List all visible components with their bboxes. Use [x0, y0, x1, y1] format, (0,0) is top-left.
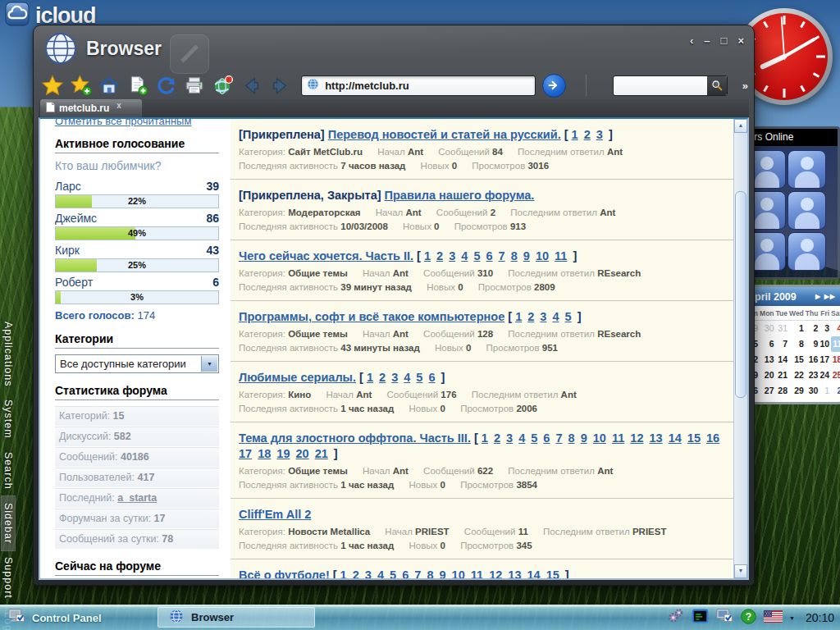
language-flag-icon[interactable] — [764, 610, 783, 626]
search-icon[interactable] — [707, 76, 727, 95]
refresh-icon[interactable] — [155, 75, 177, 97]
topic-page-link[interactable]: 13 — [650, 431, 663, 445]
search-input[interactable] — [614, 76, 707, 95]
user-avatar-icon[interactable] — [788, 150, 826, 189]
calendar-day[interactable]: 30 — [806, 383, 820, 399]
chevron-down-icon[interactable]: ▼ — [201, 356, 217, 372]
calendar-day[interactable]: 17 — [819, 352, 831, 368]
calendar-day[interactable]: 7 — [776, 336, 789, 352]
topic-page-link[interactable]: 3 — [506, 431, 513, 445]
calendar-day[interactable]: 6 — [760, 336, 775, 352]
calendar-day[interactable]: 29 — [789, 383, 806, 399]
topic-page-link[interactable]: 1 — [515, 310, 522, 323]
print-icon[interactable] — [184, 75, 206, 97]
tab-metclub[interactable]: metclub.ru x — [40, 99, 142, 117]
add-favorite-icon[interactable] — [71, 75, 93, 97]
topic-page-link[interactable]: 2 — [494, 431, 500, 445]
desktop-menu-search[interactable]: Search — [2, 445, 15, 496]
topic-page-link[interactable]: 1 — [367, 371, 373, 384]
topic-page-link[interactable]: 21 — [315, 447, 328, 460]
window-titlebar[interactable]: Browser ‹ – □ × — [34, 25, 754, 71]
network-globe-icon[interactable] — [212, 75, 235, 97]
favorites-icon[interactable] — [42, 75, 64, 97]
scrollbar-thumb[interactable] — [735, 191, 746, 398]
topic-page-link[interactable]: 13 — [508, 568, 521, 578]
topic-page-link[interactable]: 20 — [296, 447, 309, 460]
url-input[interactable] — [323, 79, 530, 93]
topic-page-link[interactable]: 2 — [436, 249, 443, 262]
scroll-up-icon[interactable]: ▲ — [734, 119, 747, 133]
topic-page-link[interactable]: 7 — [499, 249, 505, 262]
calendar-day[interactable]: 22 — [789, 368, 806, 383]
topic-page-link[interactable]: 6 — [428, 371, 435, 384]
desktop-menu-support[interactable]: Support — [2, 550, 15, 605]
scrollbar[interactable]: ▲ ▼ — [733, 119, 747, 578]
calendar-day[interactable]: 31 — [776, 321, 789, 336]
topic-page-link[interactable]: 7 — [555, 431, 562, 445]
topic-link[interactable]: Тема для злостного оффтопа. Часть III. — [239, 431, 471, 445]
desktop-menu-sidebar[interactable]: Sidebar — [2, 496, 15, 550]
user-avatar-icon[interactable] — [788, 232, 826, 271]
topic-page-link[interactable]: 5 — [531, 431, 537, 445]
calendar-day[interactable]: 11 — [831, 336, 840, 352]
topic-page-link[interactable]: 9 — [523, 249, 530, 262]
topic-page-link[interactable]: 11 — [612, 431, 624, 445]
calendar-day[interactable]: 9 — [806, 336, 820, 352]
topic-link[interactable]: Перевод новостей и статей на русский. — [328, 128, 561, 141]
calendar-day[interactable]: 27 — [760, 383, 775, 399]
go-icon[interactable] — [542, 74, 566, 98]
calendar-day[interactable]: 18 — [831, 352, 840, 368]
topic-page-link[interactable]: 5 — [473, 249, 480, 262]
calendar-day[interactable]: 28 — [776, 383, 789, 399]
computer-check-icon[interactable] — [715, 607, 733, 628]
toolbar-overflow-icon[interactable]: » — [742, 80, 747, 92]
calendar-day[interactable]: 25 — [831, 368, 840, 383]
topic-page-link[interactable]: 1 — [572, 128, 578, 141]
tab-close-icon[interactable]: x — [116, 101, 121, 110]
topic-page-link[interactable]: 16 — [706, 431, 719, 445]
back-icon[interactable] — [240, 75, 262, 97]
topic-page-link[interactable]: 5 — [390, 568, 396, 578]
topic-page-link[interactable]: 2 — [527, 310, 534, 323]
minimize-icon[interactable]: – — [704, 34, 710, 47]
forward-icon[interactable] — [269, 75, 291, 97]
topic-page-link[interactable]: 10 — [452, 568, 465, 578]
topic-page-link[interactable]: 6 — [402, 568, 409, 578]
topic-page-link[interactable]: 15 — [687, 431, 701, 445]
calendar-day[interactable]: 13 — [760, 352, 775, 368]
topic-page-link[interactable]: 1 — [424, 249, 431, 262]
topic-page-link[interactable]: 3 — [391, 371, 398, 384]
topic-page-link[interactable]: 4 — [377, 568, 384, 578]
topic-page-link[interactable]: 5 — [416, 371, 422, 384]
control-panel-button[interactable]: Control Panel — [7, 607, 102, 628]
calendar-next-year-icon[interactable]: ▶▶ — [824, 293, 836, 300]
calendar-day[interactable]: 8 — [789, 336, 806, 352]
calendar-day[interactable]: 1 — [819, 383, 831, 399]
topic-page-link[interactable]: 4 — [404, 371, 410, 384]
desktop-menu-system[interactable]: System — [2, 393, 15, 445]
calendar-day[interactable]: 23 — [806, 368, 820, 383]
calendar-day[interactable]: 14 — [776, 352, 789, 368]
topic-page-link[interactable]: 8 — [511, 249, 518, 262]
topic-link[interactable]: Программы, софт и всё такое компьютерное — [239, 310, 504, 323]
topic-page-link[interactable]: 5 — [565, 310, 572, 323]
calendar-day[interactable]: 2 — [806, 321, 820, 336]
scroll-down-icon[interactable]: ▼ — [734, 564, 747, 578]
topic-page-link[interactable]: 12 — [630, 431, 643, 445]
maximize-icon[interactable]: □ — [721, 34, 728, 47]
calendar-day[interactable]: 30 — [760, 321, 775, 336]
topic-page-link[interactable]: 2 — [353, 568, 359, 578]
home-icon[interactable] — [98, 75, 121, 97]
topic-page-link[interactable]: 4 — [552, 310, 559, 323]
topic-page-link[interactable]: 17 — [239, 447, 252, 460]
terminal-icon[interactable] — [692, 608, 709, 628]
topic-page-link[interactable]: 3 — [596, 128, 603, 141]
address-bar[interactable] — [301, 75, 536, 96]
topic-page-link[interactable]: 14 — [669, 431, 682, 445]
topic-page-link[interactable]: 14 — [527, 568, 540, 578]
calendar-day[interactable]: 1 — [789, 321, 806, 336]
topic-page-link[interactable]: 9 — [439, 568, 445, 578]
topic-page-link[interactable]: 2 — [584, 128, 591, 141]
topic-page-link[interactable]: 6 — [543, 431, 550, 445]
window-menu-icon[interactable]: ‹ — [690, 34, 693, 47]
